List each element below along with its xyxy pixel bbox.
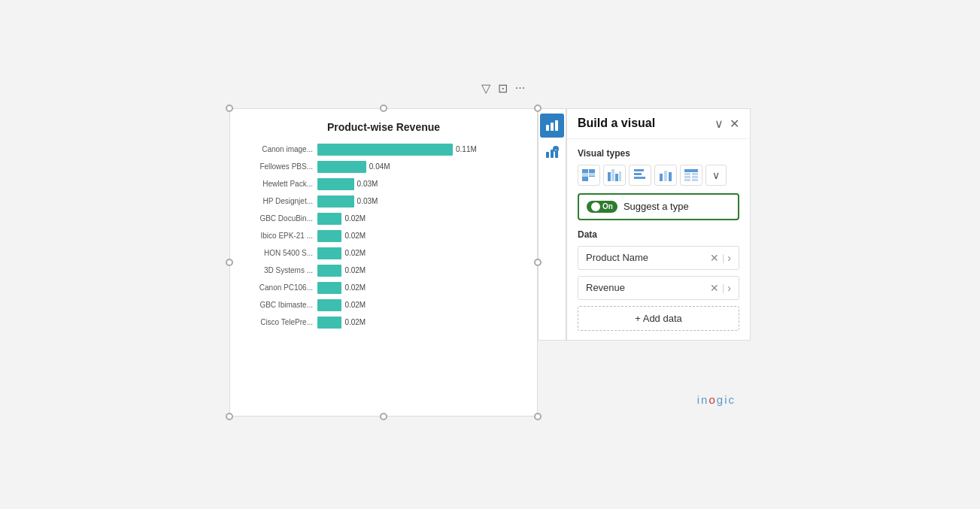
build-panel-header: Build a visual ∨ ✕ bbox=[567, 109, 750, 139]
side-tab: + bbox=[538, 108, 566, 341]
handle-top-mid[interactable] bbox=[380, 105, 387, 112]
bar-label: 3D Systems ... bbox=[245, 266, 313, 274]
vtype-more-button[interactable]: ∨ bbox=[705, 165, 727, 186]
watermark-dot: o bbox=[708, 393, 716, 406]
bar-track: 0.02M bbox=[317, 282, 522, 294]
add-data-button[interactable]: + Add data bbox=[578, 306, 739, 331]
handle-top-right[interactable] bbox=[534, 105, 542, 112]
bar-value: 0.04M bbox=[369, 162, 390, 171]
expand-icon[interactable]: ⊡ bbox=[498, 81, 508, 95]
svg-rect-14 bbox=[615, 174, 618, 181]
bar-value: 0.03M bbox=[357, 197, 378, 205]
bar-value: 0.02M bbox=[344, 283, 366, 292]
bar-row: 3D Systems ...0.02M bbox=[245, 265, 522, 277]
vtype-clustered-bar[interactable] bbox=[603, 165, 626, 186]
svg-rect-27 bbox=[684, 179, 690, 181]
add-visual-tab-button[interactable]: + bbox=[540, 141, 564, 165]
field-product-name-label: Product Name bbox=[586, 252, 648, 263]
svg-rect-12 bbox=[608, 172, 611, 181]
svg-rect-22 bbox=[684, 169, 698, 172]
field-revenue-remove[interactable]: ✕ bbox=[710, 282, 719, 294]
field-revenue-label: Revenue bbox=[586, 282, 625, 293]
svg-rect-4 bbox=[551, 150, 554, 158]
handle-mid-left[interactable] bbox=[226, 259, 233, 266]
handle-top-left[interactable] bbox=[226, 105, 233, 112]
more-icon[interactable]: ··· bbox=[515, 81, 525, 95]
svg-text:+: + bbox=[554, 147, 557, 152]
bar-label: GBC Ibimaste... bbox=[245, 301, 313, 309]
close-button[interactable]: ✕ bbox=[730, 117, 739, 131]
filter-icon[interactable]: ▽ bbox=[481, 81, 490, 95]
field-product-name-remove[interactable]: ✕ bbox=[710, 252, 719, 264]
vtype-stacked-bar[interactable] bbox=[578, 165, 600, 186]
svg-rect-23 bbox=[684, 173, 690, 175]
build-panel-controls: ∨ ✕ bbox=[715, 117, 739, 131]
svg-rect-28 bbox=[692, 179, 698, 181]
visual-types-label: Visual types bbox=[578, 148, 739, 159]
svg-rect-21 bbox=[669, 172, 672, 181]
bar-label: GBC DocuBin... bbox=[245, 214, 313, 223]
vtype-column-chart[interactable] bbox=[654, 165, 677, 186]
watermark-text-before: in bbox=[697, 393, 709, 406]
svg-rect-3 bbox=[546, 152, 549, 158]
handle-bottom-left[interactable] bbox=[226, 413, 233, 420]
bar-row: Hewlett Pack...0.03M bbox=[245, 178, 522, 190]
bar-fill bbox=[317, 195, 354, 208]
handle-bottom-mid[interactable] bbox=[380, 413, 387, 420]
svg-rect-26 bbox=[692, 176, 698, 178]
vtype-bar-chart[interactable] bbox=[629, 165, 651, 186]
bar-label: HON 5400 S... bbox=[245, 249, 313, 257]
chart-card: Product-wise Revenue Canon image...0.11M… bbox=[229, 108, 538, 417]
bar-label: Ibico EPK-21 ... bbox=[245, 232, 313, 240]
bar-track: 0.11M bbox=[317, 144, 522, 156]
bar-value: 0.02M bbox=[344, 318, 366, 326]
visualize-tab-button[interactable] bbox=[540, 114, 564, 138]
chart-toolbar: ▽ ⊡ ··· bbox=[481, 81, 525, 95]
bar-row: GBC Ibimaste...0.02M bbox=[245, 299, 522, 311]
vtype-table[interactable] bbox=[680, 165, 702, 186]
build-panel-title: Build a visual bbox=[578, 117, 655, 130]
svg-rect-24 bbox=[692, 173, 698, 175]
svg-rect-10 bbox=[582, 173, 588, 177]
svg-rect-19 bbox=[660, 174, 663, 181]
svg-rect-2 bbox=[555, 120, 558, 131]
field-revenue-actions: ✕ | › bbox=[710, 282, 731, 294]
bar-row: HON 5400 S...0.02M bbox=[245, 247, 522, 259]
toggle-label: On bbox=[602, 202, 613, 211]
bar-fill bbox=[317, 317, 341, 329]
watermark: inogic bbox=[697, 393, 736, 406]
bar-track: 0.04M bbox=[317, 161, 522, 173]
svg-rect-13 bbox=[611, 169, 614, 181]
data-section-label: Data bbox=[578, 229, 739, 240]
bar-value: 0.02M bbox=[344, 266, 366, 274]
handle-bottom-right[interactable] bbox=[534, 413, 542, 420]
bar-row: Canon image...0.11M bbox=[245, 144, 522, 156]
svg-rect-15 bbox=[619, 171, 621, 181]
bar-track: 0.02M bbox=[317, 299, 522, 311]
svg-rect-17 bbox=[634, 173, 642, 175]
bar-row: Cisco TelePre...0.02M bbox=[245, 317, 522, 329]
chart-container: Product-wise Revenue Canon image...0.11M… bbox=[229, 108, 538, 417]
build-panel: Build a visual ∨ ✕ Visual types bbox=[566, 108, 751, 341]
suggest-type-label: Suggest a type bbox=[623, 201, 689, 212]
right-panel: + Build a visual ∨ ✕ Visual types bbox=[538, 108, 751, 341]
bar-label: Canon PC106... bbox=[245, 283, 313, 292]
suggest-type-row[interactable]: On Suggest a type bbox=[578, 193, 739, 220]
bar-track: 0.02M bbox=[317, 317, 522, 329]
field-product-name-expand[interactable]: › bbox=[727, 252, 731, 264]
handle-mid-right[interactable] bbox=[534, 259, 542, 266]
suggest-toggle[interactable]: On bbox=[587, 201, 617, 213]
bar-fill bbox=[317, 299, 341, 311]
visual-types-row: ∨ bbox=[578, 165, 739, 186]
bar-track: 0.03M bbox=[317, 178, 522, 190]
watermark-text-after: gic bbox=[717, 393, 736, 406]
bar-row: HP Designjet...0.03M bbox=[245, 195, 522, 208]
field-revenue-expand[interactable]: › bbox=[727, 282, 731, 294]
bar-value: 0.02M bbox=[344, 232, 366, 240]
field-product-name-actions: ✕ | › bbox=[710, 252, 731, 264]
collapse-button[interactable]: ∨ bbox=[715, 117, 724, 131]
bar-label: Hewlett Pack... bbox=[245, 180, 313, 188]
bar-row: Fellowes PBS...0.04M bbox=[245, 161, 522, 173]
svg-rect-20 bbox=[664, 171, 667, 181]
bar-fill bbox=[317, 265, 341, 277]
